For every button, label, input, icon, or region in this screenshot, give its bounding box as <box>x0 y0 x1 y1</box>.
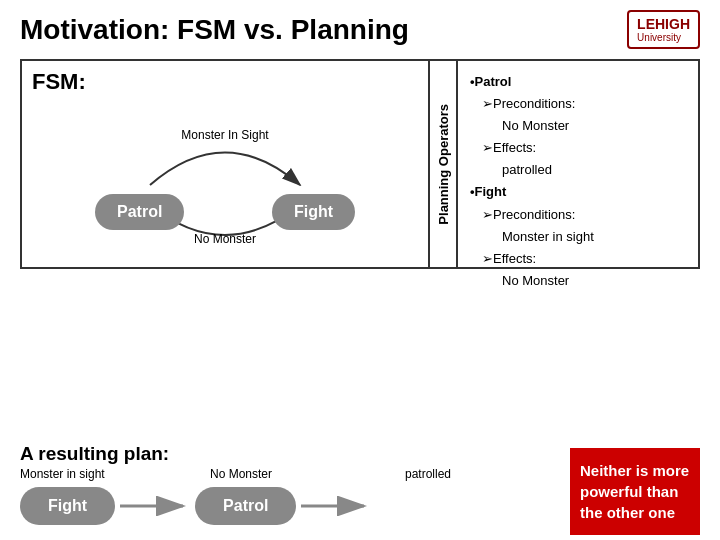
fight-eff-label: ➢Effects: <box>482 248 686 270</box>
fight-pre-label: ➢Preconditions: <box>482 204 686 226</box>
red-box: Neither is more powerful than the other … <box>570 448 700 535</box>
no-monster-text: No Monster <box>194 232 256 246</box>
patrol-eff-val: patrolled <box>482 159 686 181</box>
patrol-state: Patrol <box>95 194 184 230</box>
plan-flow: Monster in sight No Monster patrolled Fi… <box>20 487 700 525</box>
plan-label-2: No Monster <box>210 467 272 481</box>
page-title: Motivation: FSM vs. Planning <box>20 14 409 46</box>
fight-state: Fight <box>272 194 355 230</box>
plan-patrol-state: Patrol <box>195 487 296 525</box>
fsm-label: FSM: <box>32 69 418 95</box>
plan-label-3: patrolled <box>405 467 451 481</box>
logo-text: LEHIGH <box>637 16 690 32</box>
plan-label-1: Monster in sight <box>20 467 105 481</box>
patrol-pre-label: ➢Preconditions: <box>482 93 686 115</box>
patrol-eff-label: ➢Effects: <box>482 137 686 159</box>
monster-in-sight-text: Monster In Sight <box>181 128 268 142</box>
plan-arrow-2 <box>296 496 376 516</box>
planning-operators-label: Planning Operators <box>436 104 451 225</box>
logo: LEHIGH University <box>627 10 700 49</box>
fight-pre-val: Monster in sight <box>482 226 686 248</box>
fight-eff-val: No Monster <box>482 270 686 292</box>
bottom-section: A resulting plan: Monster in sight No Mo… <box>20 443 700 525</box>
logo-sub: University <box>637 32 690 43</box>
fsm-section: FSM: <box>22 61 430 267</box>
header: Motivation: FSM vs. Planning LEHIGH Univ… <box>20 10 700 49</box>
fight-bullet: •Fight <box>470 181 686 203</box>
patrol-pre-val: No Monster <box>482 115 686 137</box>
plan-fight-state: Fight <box>20 487 115 525</box>
right-bullets-panel: •Patrol ➢Preconditions: No Monster ➢Effe… <box>458 61 698 267</box>
patrol-bullet: •Patrol <box>470 71 686 93</box>
plan-arrow-1 <box>115 496 195 516</box>
planning-operators-column: Planning Operators <box>430 61 458 267</box>
